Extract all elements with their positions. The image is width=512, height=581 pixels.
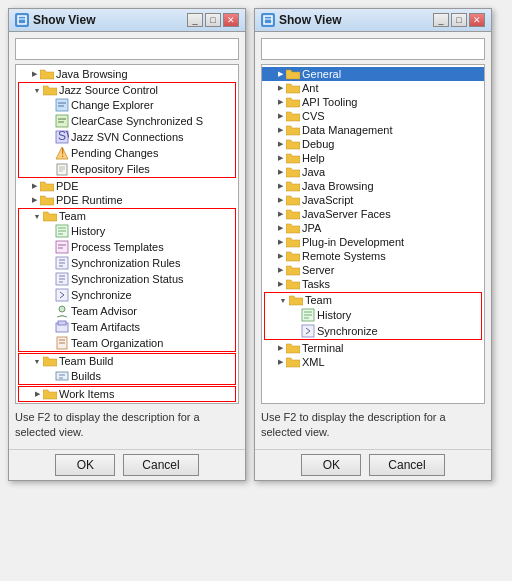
right-minimize-btn[interactable]: _ [433, 13, 449, 27]
tree-item-clearcase[interactable]: ClearCase Synchronized S [19, 113, 235, 129]
icon-history-r [301, 308, 315, 322]
label-team-r: Team [305, 294, 332, 306]
right-maximize-btn[interactable]: □ [451, 13, 467, 27]
folder-icon-javaserver-faces [286, 208, 300, 220]
tree-item-terminal[interactable]: Terminal [262, 341, 484, 355]
folder-icon-remote-sys [286, 250, 300, 262]
svg-text:!: ! [61, 146, 64, 160]
right-dialog-body: type filter text General Ant [255, 32, 491, 449]
team-group: Team History Process Templates [18, 208, 236, 352]
icon-history [55, 224, 69, 238]
icon-process-templates [55, 240, 69, 254]
tree-item-team-build[interactable]: Team Build [19, 354, 235, 368]
label-javascript: JavaScript [302, 194, 353, 206]
tree-item-builds[interactable]: Builds [19, 368, 235, 384]
label-debug: Debug [302, 138, 334, 150]
tree-item-server[interactable]: Server [262, 263, 484, 277]
left-title-bar: Show View _ □ ✕ [9, 9, 245, 32]
tree-item-ant[interactable]: Ant [262, 81, 484, 95]
icon-team-org [55, 336, 69, 350]
icon-repo-files [55, 162, 69, 176]
left-cancel-button[interactable]: Cancel [123, 454, 198, 476]
tree-item-pde-runtime[interactable]: PDE Runtime [16, 193, 238, 207]
right-cancel-button[interactable]: Cancel [369, 454, 444, 476]
expand-jazz-source[interactable] [31, 84, 43, 96]
folder-icon-plugin-dev [286, 236, 300, 248]
right-close-btn[interactable]: ✕ [469, 13, 485, 27]
tree-item-team-artifacts[interactable]: Team Artifacts [19, 319, 235, 335]
tree-item-sync-status[interactable]: Synchronization Status [19, 271, 235, 287]
label-team-advisor: Team Advisor [71, 305, 137, 317]
left-ok-button[interactable]: OK [55, 454, 115, 476]
tree-item-work-items[interactable]: Work Items [19, 387, 235, 401]
icon-team-artifacts [55, 320, 69, 334]
tree-item-jazz-svn[interactable]: SVN Jazz SVN Connections [19, 129, 235, 145]
svg-text:SVN: SVN [58, 130, 69, 143]
left-dialog-body: type filter text Java Browsing Jazz Sour… [9, 32, 245, 449]
icon-pending: ! [55, 146, 69, 160]
left-filter-input[interactable]: type filter text [15, 38, 239, 60]
tree-item-api-tooling[interactable]: API Tooling [262, 95, 484, 109]
left-maximize-btn[interactable]: □ [205, 13, 221, 27]
tree-item-tasks[interactable]: Tasks [262, 277, 484, 291]
tree-item-history-r[interactable]: History [265, 307, 481, 323]
tree-item-team-advisor[interactable]: Team Advisor [19, 303, 235, 319]
label-synchronize-r: Synchronize [317, 325, 378, 337]
expand-java-browsing[interactable] [28, 68, 40, 80]
tree-item-sync-rules[interactable]: Synchronization Rules [19, 255, 235, 271]
label-javaserver-faces: JavaServer Faces [302, 208, 391, 220]
right-dialog-footer: OK Cancel [255, 449, 491, 480]
left-close-btn[interactable]: ✕ [223, 13, 239, 27]
right-filter-input[interactable]: type filter text [261, 38, 485, 60]
svg-rect-5 [56, 115, 68, 127]
svg-rect-20 [56, 241, 68, 253]
tree-item-history[interactable]: History [19, 223, 235, 239]
tree-item-data-mgmt[interactable]: Data Management [262, 123, 484, 137]
tree-item-change-explorer[interactable]: Change Explorer [19, 97, 235, 113]
tree-item-synchronize[interactable]: Synchronize [19, 287, 235, 303]
tree-item-plugin-dev[interactable]: Plug-in Development [262, 235, 484, 249]
label-history: History [71, 225, 105, 237]
tree-item-team-r[interactable]: Team [265, 293, 481, 307]
tree-item-javaserver-faces[interactable]: JavaServer Faces [262, 207, 484, 221]
tree-item-xml[interactable]: XML [262, 355, 484, 369]
icon-sync-status [55, 272, 69, 286]
label-remote-sys: Remote Systems [302, 250, 386, 262]
label-pending: Pending Changes [71, 147, 158, 159]
tree-item-team[interactable]: Team [19, 209, 235, 223]
right-ok-button[interactable]: OK [301, 454, 361, 476]
label-terminal: Terminal [302, 342, 344, 354]
folder-icon-data-mgmt [286, 124, 300, 136]
tree-item-repo-files[interactable]: Repository Files [19, 161, 235, 177]
folder-icon-ant [286, 82, 300, 94]
label-team-build: Team Build [59, 355, 113, 367]
label-general: General [302, 68, 341, 80]
tree-item-help[interactable]: Help [262, 151, 484, 165]
label-pde-runtime: PDE Runtime [56, 194, 123, 206]
tree-item-java-browsing-r[interactable]: Java Browsing [262, 179, 484, 193]
label-history-r: History [317, 309, 351, 321]
tree-item-cvs[interactable]: CVS [262, 109, 484, 123]
svg-rect-35 [264, 16, 272, 24]
tree-item-pde[interactable]: PDE [16, 179, 238, 193]
tree-item-process-templates[interactable]: Process Templates [19, 239, 235, 255]
label-team-artifacts: Team Artifacts [71, 321, 140, 333]
tree-item-java-r[interactable]: Java [262, 165, 484, 179]
folder-icon-help [286, 152, 300, 164]
tree-item-remote-sys[interactable]: Remote Systems [262, 249, 484, 263]
tree-item-java-browsing[interactable]: Java Browsing [16, 67, 238, 81]
tree-item-jpa[interactable]: JPA [262, 221, 484, 235]
label-data-mgmt: Data Management [302, 124, 393, 136]
tree-item-javascript[interactable]: JavaScript [262, 193, 484, 207]
left-tree[interactable]: Java Browsing Jazz Source Control Chang [15, 64, 239, 404]
icon-sync-rules [55, 256, 69, 270]
tree-item-debug[interactable]: Debug [262, 137, 484, 151]
left-minimize-btn[interactable]: _ [187, 13, 203, 27]
tree-item-synchronize-r[interactable]: Synchronize [265, 323, 481, 339]
tree-item-pending[interactable]: ! Pending Changes [19, 145, 235, 161]
folder-icon-debug [286, 138, 300, 150]
tree-item-general[interactable]: General [262, 67, 484, 81]
right-tree[interactable]: General Ant API Tooling [261, 64, 485, 404]
tree-item-team-org[interactable]: Team Organization [19, 335, 235, 351]
tree-item-jazz-source[interactable]: Jazz Source Control [19, 83, 235, 97]
